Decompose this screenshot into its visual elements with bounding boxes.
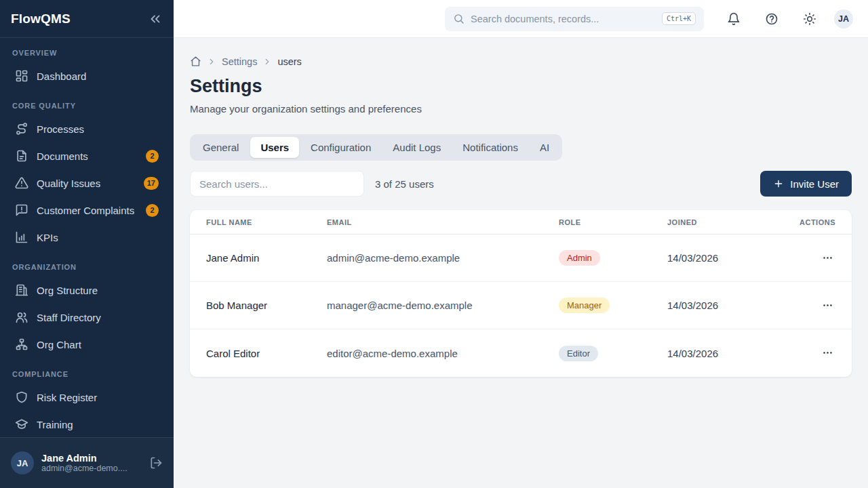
sidebar-item-customer-complaints[interactable]: Customer Complaints2 — [8, 197, 165, 224]
theme-toggle-button[interactable] — [796, 5, 823, 33]
role-badge: Admin — [559, 250, 600, 266]
bar-chart-icon — [15, 230, 28, 244]
tab-general[interactable]: General — [193, 137, 249, 158]
column-header: FULL NAME — [206, 218, 327, 226]
sidebar-item-label: Dashboard — [37, 70, 86, 82]
role-badge: Editor — [559, 346, 598, 361]
global-search: Ctrl+K — [445, 7, 704, 31]
workflow-icon — [15, 122, 28, 136]
help-button[interactable] — [758, 5, 785, 33]
sidebar-item-dashboard[interactable]: Dashboard — [8, 62, 165, 89]
topbar-icons: JA — [720, 5, 853, 33]
user-email: admin@acme-demo.example — [327, 252, 559, 264]
sidebar-user-card: JA Jane Admin admin@acme-demo.... — [0, 437, 174, 488]
actions-cell — [781, 345, 835, 362]
page-subtitle: Manage your organization settings and pr… — [190, 103, 852, 115]
column-header: JOINED — [667, 218, 781, 226]
sidebar-item-documents[interactable]: Documents2 — [8, 142, 165, 169]
sidebar-item-label: KPIs — [37, 232, 58, 243]
tab-audit-logs[interactable]: Audit Logs — [382, 137, 451, 158]
sidebar-item-org-structure[interactable]: Org Structure — [8, 277, 165, 304]
sidebar-item-label: Customer Complaints — [37, 205, 134, 216]
sidebar-item-kpis[interactable]: KPIs — [8, 224, 165, 251]
sidebar-item-staff-directory[interactable]: Staff Directory — [8, 304, 165, 331]
tab-users[interactable]: Users — [250, 137, 299, 158]
shield-icon — [15, 390, 28, 404]
actions-cell — [781, 297, 835, 314]
table-body: Jane Adminadmin@acme-demo.exampleAdmin14… — [190, 235, 852, 377]
sidebar-item-label: Staff Directory — [37, 312, 101, 323]
settings-tabs: GeneralUsersConfigurationAudit LogsNotif… — [190, 134, 562, 161]
dashboard-icon — [15, 69, 28, 83]
notifications-button[interactable] — [720, 5, 747, 33]
user-email: manager@acme-demo.example — [327, 300, 559, 311]
sidebar-item-label: Training — [37, 419, 73, 430]
global-search-input[interactable] — [471, 14, 656, 24]
chevron-right-icon — [262, 57, 272, 66]
user-count: 3 of 25 users — [375, 178, 434, 190]
invite-user-button[interactable]: Invite User — [760, 171, 852, 197]
people-icon — [15, 310, 28, 324]
sidebar-item-quality-issues[interactable]: Quality Issues17 — [8, 169, 165, 197]
user-search-input[interactable] — [199, 178, 355, 190]
actions-cell — [781, 249, 835, 266]
topbar: Ctrl+K JA — [174, 0, 868, 38]
page-title: Settings — [190, 76, 852, 97]
sidebar-collapse-button[interactable] — [148, 12, 163, 26]
sidebar-item-org-chart[interactable]: Org Chart — [8, 331, 165, 358]
sidebar-section-label: ORGANIZATION — [12, 263, 161, 271]
bell-icon — [727, 12, 741, 26]
building-icon — [15, 283, 28, 297]
joined-date: 14/03/2026 — [667, 348, 781, 359]
joined-date: 14/03/2026 — [667, 252, 781, 264]
plus-icon — [773, 178, 784, 189]
sidebar-user-email: admin@acme-demo.... — [41, 464, 127, 473]
user-name: Jane Admin — [206, 252, 327, 264]
logout-icon[interactable] — [149, 456, 163, 470]
sidebar-section: ORGANIZATIONOrg StructureStaff Directory… — [8, 263, 165, 358]
invite-user-label: Invite User — [790, 178, 839, 190]
breadcrumb: Settingsusers — [190, 56, 852, 67]
sidebar-item-label: Risk Register — [37, 392, 97, 403]
row-actions-button[interactable] — [819, 297, 835, 313]
sidebar-section-label: COMPLIANCE — [12, 370, 161, 378]
role-cell: Editor — [559, 346, 667, 361]
sidebar-item-risk-register[interactable]: Risk Register — [8, 384, 165, 411]
row-actions-button[interactable] — [819, 345, 835, 361]
breadcrumb-settings[interactable]: Settings — [222, 56, 257, 67]
breadcrumb-users: users — [277, 56, 301, 67]
table-row: Carol Editoreditor@acme-demo.exampleEdit… — [190, 329, 852, 377]
sidebar-nav: OVERVIEWDashboardCORE QUALITYProcessesDo… — [0, 38, 174, 437]
sidebar: FlowQMS OVERVIEWDashboardCORE QUALITYPro… — [0, 0, 174, 488]
table-header-row: FULL NAMEEMAILROLEJOINEDACTIONS — [190, 210, 852, 235]
role-cell: Admin — [559, 250, 667, 266]
column-header: EMAIL — [327, 218, 559, 226]
sidebar-item-label: Org Structure — [37, 285, 98, 296]
user-name: Carol Editor — [206, 348, 327, 359]
tab-configuration[interactable]: Configuration — [300, 137, 381, 158]
shortcut-badge: Ctrl+K — [662, 12, 696, 25]
document-icon — [15, 149, 28, 163]
sidebar-item-processes[interactable]: Processes — [8, 115, 165, 142]
warning-triangle-icon — [15, 176, 28, 190]
sidebar-header: FlowQMS — [0, 0, 174, 38]
column-header: ACTIONS — [781, 218, 835, 226]
user-name: Bob Manager — [206, 300, 327, 311]
app-logo: FlowQMS — [11, 12, 71, 26]
user-menu-avatar[interactable]: JA — [834, 9, 853, 28]
sidebar-item-training[interactable]: Training — [8, 411, 165, 437]
tab-ai[interactable]: AI — [530, 137, 559, 158]
ellipsis-icon — [822, 252, 833, 264]
graduation-cap-icon — [15, 418, 28, 431]
column-header: ROLE — [559, 218, 667, 226]
chevron-right-icon — [207, 57, 216, 66]
home-icon[interactable] — [190, 56, 201, 67]
hierarchy-icon — [15, 338, 28, 351]
user-search — [190, 171, 364, 197]
count-badge: 17 — [144, 177, 159, 190]
tab-notifications[interactable]: Notifications — [452, 137, 528, 158]
row-actions-button[interactable] — [819, 249, 835, 266]
ellipsis-icon — [822, 300, 833, 311]
search-icon — [453, 13, 465, 24]
help-circle-icon — [765, 12, 778, 26]
